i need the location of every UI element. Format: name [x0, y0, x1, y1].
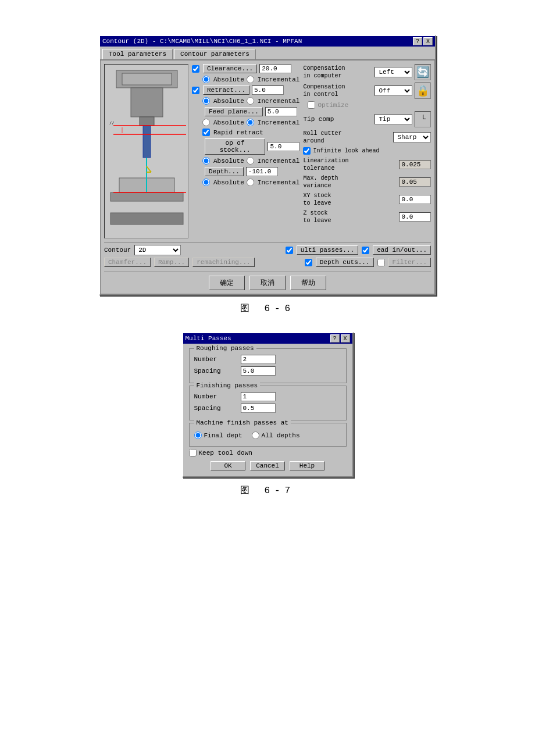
roughing-number-input[interactable] [241, 355, 276, 364]
retract-abs-radio[interactable] [202, 97, 210, 105]
help-btn-dialog1[interactable]: 帮助 [290, 276, 326, 290]
top-stock-btn[interactable]: op of stock... [205, 138, 266, 155]
comp-computer-icon: 🔄 [415, 64, 431, 80]
retract-input[interactable] [252, 85, 284, 95]
feed-plane-btn[interactable]: Feed plane... [205, 107, 263, 116]
dialog2-multi-passes: Multi Passes ? X Roughing passes Number … [182, 332, 354, 477]
svg-rect-3 [131, 88, 163, 117]
clearance-abs-label: Absolute [213, 76, 244, 83]
depth-row: Depth... [192, 167, 299, 176]
linearization-input [399, 160, 431, 169]
feed-plane-abs-radio[interactable] [202, 119, 210, 126]
finishing-number-input[interactable] [241, 392, 276, 401]
xy-stock-input[interactable] [399, 195, 431, 204]
clearance-abs-radio[interactable] [202, 76, 210, 83]
comp-computer-row: Compensation in computer Left 🔄 [303, 64, 431, 80]
cancel-btn-2[interactable]: Cancel [250, 461, 285, 470]
roughing-spacing-input[interactable] [241, 366, 276, 376]
linearization-row: Linearization tolerance [303, 157, 431, 172]
tip-comp-icon: └ [415, 111, 431, 127]
max-depth-label: Max. depth variance [303, 174, 397, 190]
lead-inout-btn[interactable]: ead in/out... [373, 245, 431, 255]
depth-cuts-btn[interactable]: Depth cuts... [316, 258, 374, 267]
top-stock-inc-radio[interactable] [247, 157, 254, 165]
clearance-input[interactable] [259, 64, 291, 73]
infinite-label: Infinite look ahead [313, 148, 379, 154]
roughing-number-row: Number [194, 355, 341, 364]
machine-image: // [104, 64, 188, 238]
fig2-caption: 图 6-7 [240, 484, 295, 497]
feed-plane-inc-label: Incremental [258, 119, 300, 126]
tabs-row-1: Tool parameters Contour parameters [100, 47, 435, 59]
lead-inout-checkbox[interactable] [362, 247, 369, 254]
filter-checkbox[interactable] [377, 259, 385, 266]
top-stock-input[interactable] [268, 142, 299, 151]
all-depths-label: All depths [262, 432, 300, 439]
depth-inc-label: Incremental [258, 179, 300, 186]
cancel-btn-1[interactable]: 取消 [249, 276, 286, 290]
two-cols: Clearance... Absolute Incremental Retrac… [192, 64, 431, 238]
ok-btn-2[interactable]: OK [211, 461, 245, 470]
comp-computer-label: Compensation in computer [303, 65, 372, 80]
help-title-btn-1[interactable]: ? [413, 37, 422, 45]
infinite-checkbox[interactable] [303, 147, 311, 155]
help-title-btn-2[interactable]: ? [330, 334, 340, 343]
multi-passes-checkbox[interactable] [286, 247, 293, 254]
contour-select[interactable]: 2D [134, 245, 181, 255]
clearance-btn[interactable]: Clearance... [203, 64, 257, 73]
comp-control-select[interactable]: Off [374, 85, 412, 96]
svg-text://: // [109, 121, 114, 126]
comp-computer-select[interactable]: Left [374, 67, 412, 77]
depth-input[interactable] [246, 167, 278, 176]
contour-label: Contour [104, 247, 131, 254]
final-dept-radio[interactable] [194, 432, 202, 439]
depth-btn[interactable]: Depth... [205, 167, 244, 176]
finishing-spacing-label: Spacing [194, 405, 241, 412]
multi-passes-btn[interactable]: ulti passes... [297, 245, 358, 255]
optimize-row: Optimize [308, 101, 431, 109]
optimize-checkbox[interactable] [308, 101, 315, 109]
all-depths-option: All depths [252, 432, 300, 439]
finishing-spacing-input[interactable] [241, 404, 276, 413]
roughing-group-box: Roughing passes Number Spacing [189, 348, 347, 383]
depth-abs-radio[interactable] [202, 179, 210, 186]
title-bar-2: Multi Passes ? X [183, 333, 352, 344]
tab-tool-parameters[interactable]: Tool parameters [102, 49, 173, 59]
help-btn-2[interactable]: Help [290, 461, 324, 470]
retract-inc-radio[interactable] [247, 97, 254, 105]
tip-comp-row: Tip comp Tip └ [303, 111, 431, 127]
close-title-btn-1[interactable]: X [423, 37, 433, 45]
feed-plane-input[interactable] [265, 107, 297, 116]
z-stock-row: Z stock to leave [303, 209, 431, 224]
z-stock-input[interactable] [399, 212, 431, 222]
depth-inc-radio[interactable] [247, 179, 254, 186]
all-depths-radio[interactable] [252, 432, 259, 439]
keep-tool-checkbox[interactable] [189, 449, 197, 457]
keep-tool-row: Keep tool down [189, 449, 347, 457]
depth-cuts-checkbox[interactable] [305, 259, 312, 266]
comp-control-row: Compensation in control Off 🔒 [303, 83, 431, 99]
remachining-btn: remachining... [192, 258, 254, 267]
clearance-inc-radio[interactable] [247, 76, 254, 83]
clearance-checkbox[interactable] [192, 65, 199, 73]
clearance-row: Clearance... [192, 64, 299, 73]
tip-comp-select[interactable]: Tip [374, 114, 412, 124]
top-stock-abs-label: Absolute [213, 158, 244, 165]
dialog1-contour: Contour (2D) - C:\MCAM8\MILL\NCI\CH6_1_1… [99, 35, 436, 295]
feed-plane-inc-radio[interactable] [247, 119, 254, 126]
roll-cutter-select[interactable]: Sharp [393, 132, 431, 142]
top-stock-abs-radio[interactable] [202, 157, 210, 165]
retract-btn[interactable]: Retract... [203, 85, 249, 95]
left-col-params: Clearance... Absolute Incremental Retrac… [192, 64, 299, 238]
tab-contour-parameters[interactable]: Contour parameters [174, 49, 256, 59]
clearance-radio-row: Absolute Incremental [202, 76, 299, 83]
retract-checkbox[interactable] [192, 87, 199, 94]
finishing-spacing-row: Spacing [194, 404, 341, 413]
ok-btn-1[interactable]: 确定 [209, 276, 245, 290]
rapid-retract-checkbox[interactable] [202, 129, 210, 136]
clearance-inc-label: Incremental [258, 76, 300, 83]
final-dept-option: Final dept [194, 432, 242, 439]
close-title-btn-2[interactable]: X [341, 334, 350, 343]
filter-btn: Filter... [388, 258, 431, 267]
z-stock-label: Z stock to leave [303, 209, 397, 224]
